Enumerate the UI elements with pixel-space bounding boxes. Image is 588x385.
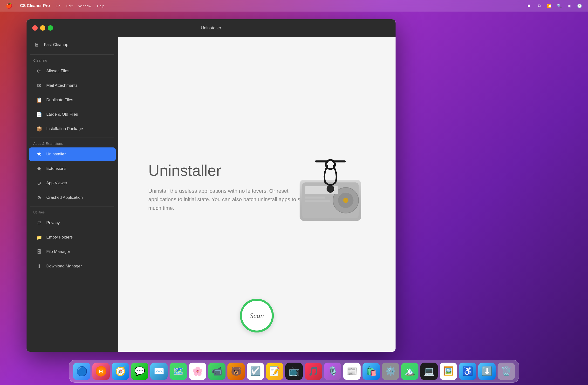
dock-finder[interactable]: 🔵 xyxy=(73,363,90,380)
installation-label: Installation Package xyxy=(46,127,83,131)
svg-point-5 xyxy=(343,198,348,203)
dock-safari[interactable]: 🧭 xyxy=(112,363,129,380)
svg-rect-13 xyxy=(315,160,328,163)
svg-rect-7 xyxy=(305,197,325,199)
aliases-label: Aliases Files xyxy=(46,69,69,74)
duplicate-icon: 📋 xyxy=(36,96,42,103)
menubar: 🍎 CS Cleaner Pro Go Edit Window Help ⏺ ⧉… xyxy=(0,0,588,12)
sidebar-item-extensions[interactable]: Extensions xyxy=(29,162,116,175)
dock-tv[interactable]: 📺 xyxy=(285,363,303,380)
privacy-icon: 🛡 xyxy=(36,219,42,226)
dock-notes[interactable]: 📝 xyxy=(266,363,283,380)
download-manager-label: Download Manager xyxy=(46,264,82,269)
wifi-icon[interactable]: 📶 xyxy=(546,3,552,8)
main-content: Uninstaller Uninstall the useless applic… xyxy=(118,37,396,352)
dock-messages[interactable]: 💬 xyxy=(131,363,148,380)
search-icon[interactable]: 🔍 xyxy=(557,3,562,8)
dock-trash[interactable]: 🗑️ xyxy=(498,363,515,380)
sidebar-item-privacy[interactable]: 🛡 Privacy xyxy=(29,216,116,230)
svg-rect-14 xyxy=(333,160,346,163)
fast-cleanup-label: Fast Cleanup xyxy=(44,42,68,47)
dock-accessibility-inspector[interactable]: ♿ xyxy=(459,363,476,380)
dock-news[interactable]: 📰 xyxy=(343,363,360,380)
sidebar-item-file-manager[interactable]: 🗄 File Manager xyxy=(29,245,116,258)
dock-facetime[interactable]: 📹 xyxy=(208,363,226,380)
svg-point-10 xyxy=(327,185,334,192)
dock-maps[interactable]: 🗺️ xyxy=(169,363,187,380)
dock-launchpad[interactable]: ⊞ xyxy=(92,363,110,380)
dock-terminal[interactable]: 💻 xyxy=(420,363,438,380)
dock-downloader[interactable]: ⬇️ xyxy=(478,363,496,380)
section-header-cleaning: Cleaning xyxy=(26,56,118,64)
dock-bear[interactable]: 🐻 xyxy=(228,363,245,380)
section-header-apps-extensions: Apps & Extensions xyxy=(26,139,118,147)
window-body: 🖥 Fast Cleanup Cleaning ⟳ Aliases Files … xyxy=(26,37,396,352)
page-title: Uninstaller xyxy=(148,162,221,179)
file-manager-label: File Manager xyxy=(46,249,70,254)
clock-icon: 🕐 xyxy=(577,3,582,8)
sidebar-item-crashed-application[interactable]: ⊗ Crashed Application xyxy=(29,191,116,204)
sidebar-item-duplicate-files[interactable]: 📋 Duplicate Files xyxy=(29,93,116,107)
dock-photos[interactable]: 🌸 xyxy=(189,363,206,380)
record-icon[interactable]: ⏺ xyxy=(526,3,532,8)
monitor-icon: 🖥 xyxy=(33,41,40,48)
maximize-button[interactable] xyxy=(48,25,53,31)
dock-appstore[interactable]: 🛍️ xyxy=(362,363,380,380)
close-button[interactable] xyxy=(32,25,38,31)
sidebar-item-large-old-files[interactable]: 📄 Large & Old Files xyxy=(29,108,116,121)
file-manager-icon: 🗄 xyxy=(36,248,42,255)
menu-go[interactable]: Go xyxy=(56,4,61,8)
sidebar-divider-1 xyxy=(30,55,114,55)
dock-music[interactable]: 🎵 xyxy=(305,363,322,380)
dock-coppice[interactable]: 🏔️ xyxy=(401,363,419,380)
sidebar-item-fast-cleanup[interactable]: 🖥 Fast Cleanup xyxy=(26,37,118,53)
extensions-label: Extensions xyxy=(46,166,66,171)
dock-reminders[interactable]: ☑️ xyxy=(247,363,264,380)
apple-menu[interactable]: 🍎 xyxy=(6,3,12,9)
large-files-icon: 📄 xyxy=(36,111,42,118)
empty-folders-icon: 📁 xyxy=(36,234,42,241)
dock-sysprefs[interactable]: ⚙️ xyxy=(382,363,399,380)
menu-window[interactable]: Window xyxy=(78,4,91,8)
sidebar-item-download-manager[interactable]: ⬇ Download Manager xyxy=(29,259,116,273)
large-files-label: Large & Old Files xyxy=(46,112,78,117)
download-manager-icon: ⬇ xyxy=(36,263,42,270)
sidebar-item-aliases-files[interactable]: ⟳ Aliases Files xyxy=(29,64,116,78)
uninstaller-label: Uninstaller xyxy=(46,152,66,157)
sidebar: 🖥 Fast Cleanup Cleaning ⟳ Aliases Files … xyxy=(26,37,118,352)
privacy-label: Privacy xyxy=(46,220,60,225)
dock-podcasts[interactable]: 🎙️ xyxy=(324,363,341,380)
app-name[interactable]: CS Cleaner Pro xyxy=(20,3,50,8)
app-window: Uninstaller 🖥 Fast Cleanup Cleaning ⟳ Al… xyxy=(26,19,396,352)
mail-icon: ✉ xyxy=(36,82,42,89)
dock: 🔵 ⊞ 🧭 💬 ✉️ 🗺️ 🌸 📹 🐻 ☑️ 📝 📺 🎵 xyxy=(69,360,519,383)
sidebar-item-empty-folders[interactable]: 📁 Empty Folders xyxy=(29,231,116,244)
installation-icon: 📦 xyxy=(36,126,42,132)
window-switcher-icon[interactable]: ⧉ xyxy=(536,3,542,8)
extensions-icon xyxy=(36,165,42,172)
dock-preview[interactable]: 🖼️ xyxy=(440,363,457,380)
sidebar-divider-2 xyxy=(30,137,114,138)
app-viewer-icon: ⊙ xyxy=(36,180,42,187)
menu-edit[interactable]: Edit xyxy=(66,4,73,8)
section-header-utilities: Utilities xyxy=(26,208,118,216)
svg-rect-8 xyxy=(305,200,330,203)
page-description: Uninstall the useless applications with … xyxy=(148,187,312,212)
sidebar-item-uninstaller[interactable]: Uninstaller xyxy=(29,147,116,161)
crashed-app-icon: ⊗ xyxy=(36,194,42,201)
scan-button-container: Scan xyxy=(240,299,274,332)
menu-help[interactable]: Help xyxy=(97,4,105,8)
sidebar-item-mail-attachments[interactable]: ✉ Mail Attachments xyxy=(29,79,116,92)
sidebar-item-app-viewer[interactable]: ⊙ App Viewer xyxy=(29,176,116,190)
sidebar-item-installation-package[interactable]: 📦 Installation Package xyxy=(29,122,116,136)
dock-mail[interactable]: ✉️ xyxy=(150,363,168,380)
scan-button[interactable]: Scan xyxy=(240,299,274,332)
aliases-icon: ⟳ xyxy=(36,68,42,75)
window-title: Uninstaller xyxy=(201,25,221,31)
traffic-lights xyxy=(32,25,53,31)
titlebar: Uninstaller xyxy=(26,19,396,37)
uninstaller-icon xyxy=(36,151,42,157)
app-viewer-label: App Viewer xyxy=(46,181,67,186)
control-center-icon[interactable]: ⊞ xyxy=(567,3,572,8)
minimize-button[interactable] xyxy=(40,25,45,31)
